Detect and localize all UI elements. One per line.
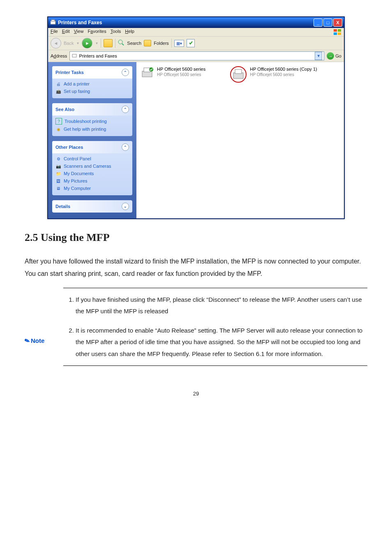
see-also-panel: See Also ⌃ ?Troubleshoot printing ◉Get h… (52, 103, 132, 136)
my-documents-link[interactable]: 📁My Documents (55, 171, 129, 176)
address-input[interactable]: Printers and Faxes ▼ (69, 51, 324, 60)
menu-help[interactable]: Help (125, 29, 134, 35)
svg-rect-1 (51, 20, 55, 21)
link-label: Add a printer (64, 81, 90, 86)
window-title: Printers and Faxes (58, 20, 102, 25)
printer-icon (141, 66, 154, 79)
question-icon: ? (55, 118, 62, 125)
chevron-up-icon: ⌃ (122, 143, 129, 151)
menubar: File Edit View Favorites Tools Help (48, 28, 344, 37)
forward-button[interactable]: ► (82, 38, 92, 49)
printer-tasks-header[interactable]: Printer Tasks ⌃ (52, 66, 132, 79)
my-pictures-link[interactable]: 🖼My Pictures (55, 178, 129, 184)
details-panel: Details ⌄ (52, 200, 132, 213)
titlebar: Printers and Faxes _ □ X (48, 17, 344, 28)
toolbar: ◄ Back ▼ ► ▼ Search Folders ▦▾ (48, 37, 344, 50)
printer-item-highlighted[interactable]: HP Officejet 5600 series (Copy 1) HP Off… (230, 66, 317, 83)
body-paragraph: After you have followed the install wiza… (25, 255, 367, 280)
close-button[interactable]: X (333, 18, 342, 27)
printer-icon-circled (230, 66, 247, 83)
menu-edit[interactable]: Edit (62, 29, 70, 35)
page-number: 29 (25, 391, 367, 397)
svg-line-7 (122, 44, 124, 45)
printer-tasks-panel: Printer Tasks ⌃ 🖨Add a printer 📠Set up f… (52, 66, 132, 98)
svg-point-6 (118, 40, 122, 44)
separator (101, 39, 101, 48)
note-label: ✎Note (25, 288, 53, 366)
setup-faxing-link[interactable]: 📠Set up faxing (55, 88, 129, 94)
forward-dropdown-icon[interactable]: ▼ (95, 42, 98, 45)
printer-sub: HP Officejet 5600 series (157, 72, 205, 78)
note-item-1: If you have finished using the MFP, plea… (76, 294, 365, 317)
link-label: My Pictures (64, 178, 87, 183)
address-value: Printers and Faxes (79, 53, 117, 58)
fax-icon: 📠 (55, 88, 61, 94)
section-heading: 2.5 Using the MFP (25, 231, 367, 244)
printer-sub: HP Officejet 5600 series (250, 72, 317, 78)
chevron-down-icon: ⌄ (122, 203, 129, 210)
svg-rect-13 (235, 69, 242, 74)
other-places-panel: Other Places ⌃ ⚙Control Panel 📷Scanners … (52, 141, 132, 195)
chevron-up-icon: ⌃ (122, 69, 129, 76)
link-label: Scanners and Cameras (64, 164, 111, 169)
note-label-text: Note (31, 337, 44, 344)
printer-icon (50, 19, 56, 27)
minimize-button[interactable]: _ (314, 18, 323, 27)
panel-title: See Also (55, 107, 74, 112)
printer-item[interactable]: HP Officejet 5600 series HP Officejet 56… (141, 66, 205, 79)
panel-title: Other Places (55, 145, 83, 150)
link-label: Get help with printing (64, 127, 106, 132)
printers-faxes-window: Printers and Faxes _ □ X File Edit View … (47, 16, 345, 219)
printer-icon (71, 53, 77, 59)
menu-tools[interactable]: Tools (111, 29, 121, 35)
help-icon: ◉ (55, 126, 61, 132)
address-dropdown-icon[interactable]: ▼ (315, 52, 322, 60)
troubleshoot-link[interactable]: ?Troubleshoot printing (55, 118, 129, 125)
search-icon (118, 39, 125, 47)
pictures-icon: 🖼 (55, 178, 61, 184)
scanners-link[interactable]: 📷Scanners and Cameras (55, 163, 129, 169)
views-button[interactable]: ▦▾ (174, 40, 184, 47)
add-printer-link[interactable]: 🖨Add a printer (55, 81, 129, 87)
printer-name: HP Officejet 5600 series (157, 66, 205, 72)
menu-favorites[interactable]: Favorites (88, 29, 106, 35)
svg-rect-2 (334, 29, 337, 32)
computer-icon: 🖥 (55, 185, 61, 191)
note-block: ✎Note If you have finished using the MFP… (25, 288, 367, 366)
folder-icon: 📁 (55, 171, 61, 176)
link-label: Set up faxing (64, 89, 90, 94)
back-button[interactable]: ◄ (51, 38, 61, 49)
printer-name: HP Officejet 5600 series (Copy 1) (250, 66, 317, 72)
link-label: My Documents (64, 171, 94, 176)
separator (171, 39, 172, 48)
xp-flag-icon (333, 29, 341, 35)
sync-button[interactable] (187, 39, 195, 47)
other-places-header[interactable]: Other Places ⌃ (52, 141, 132, 153)
printer-icon: 🖨 (55, 81, 61, 87)
link-label: My Computer (64, 186, 91, 191)
printers-list: HP Officejet 5600 series HP Officejet 56… (136, 62, 344, 218)
see-also-header[interactable]: See Also ⌃ (52, 103, 132, 116)
my-computer-link[interactable]: 🖥My Computer (55, 185, 129, 191)
get-help-link[interactable]: ◉Get help with printing (55, 126, 129, 132)
details-header[interactable]: Details ⌄ (52, 200, 132, 213)
maximize-button[interactable]: □ (323, 18, 332, 27)
back-dropdown-icon[interactable]: ▼ (76, 42, 79, 45)
go-icon: → (327, 52, 334, 60)
folders-icon (144, 40, 151, 46)
svg-rect-5 (338, 32, 341, 35)
address-label: Address (51, 53, 67, 58)
folders-button[interactable]: Folders (154, 41, 169, 46)
control-panel-icon: ⚙ (55, 156, 61, 162)
menu-file[interactable]: File (51, 29, 58, 35)
search-button[interactable]: Search (127, 41, 141, 46)
address-bar: Address Printers and Faxes ▼ → Go (48, 50, 344, 62)
go-button[interactable]: → Go (327, 52, 341, 60)
up-folder-button[interactable] (104, 39, 113, 47)
menu-view[interactable]: View (74, 29, 84, 35)
panel-title: Printer Tasks (55, 70, 84, 75)
go-label: Go (335, 53, 341, 58)
chevron-up-icon: ⌃ (122, 106, 129, 113)
link-label: Control Panel (64, 156, 91, 161)
control-panel-link[interactable]: ⚙Control Panel (55, 156, 129, 162)
